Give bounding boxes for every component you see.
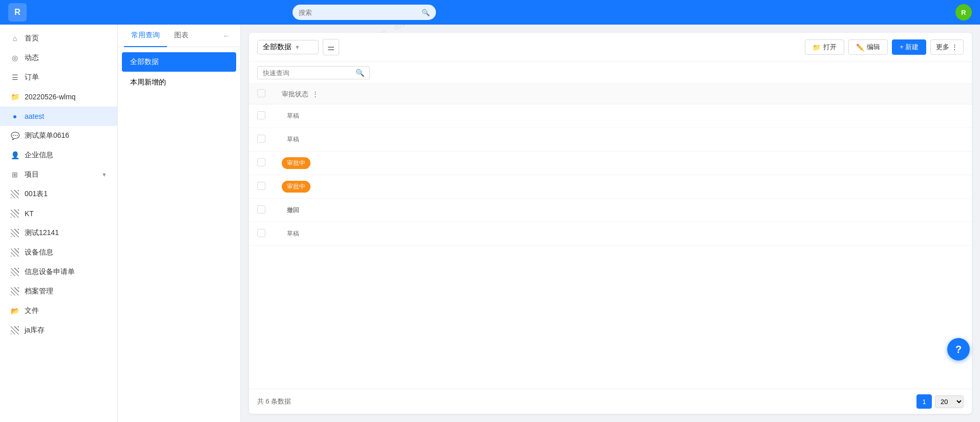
- header-search-bar[interactable]: 🔍: [293, 5, 436, 20]
- table-footer: 共 6 条数据 1 20 50 100: [249, 389, 972, 414]
- search-bar: 🔍: [249, 62, 972, 84]
- row-checkbox[interactable]: [257, 182, 265, 190]
- stripe-icon: [10, 326, 19, 335]
- sidebar-item-label: 001表1: [25, 189, 48, 199]
- sidebar-item-label: 动态: [25, 53, 39, 62]
- chat-icon: 💬: [10, 131, 19, 140]
- sidebar-item-label: 项目: [25, 170, 39, 179]
- edit-icon: ✏️: [856, 44, 864, 51]
- folder-open-icon: 📁: [812, 44, 821, 51]
- row-checkbox[interactable]: [257, 205, 265, 214]
- filter-button[interactable]: ⚌: [323, 39, 339, 55]
- status-badge: 审批中: [282, 157, 310, 169]
- sidebar-item-archive-mgmt[interactable]: 档案管理: [0, 282, 117, 301]
- sidebar-item-test-12141[interactable]: 测试12141: [0, 223, 117, 243]
- enterprise-icon: 👤: [10, 151, 19, 160]
- order-icon: ☰: [10, 73, 19, 82]
- sidebar-item-label: 测试菜单0616: [25, 131, 69, 140]
- td-checkbox: [249, 152, 274, 175]
- project-icon: ⊞: [10, 170, 19, 179]
- search-input[interactable]: [263, 69, 352, 77]
- td-checkbox: [249, 128, 274, 152]
- sidebar-item-label: ja库存: [25, 326, 45, 335]
- row-checkbox[interactable]: [257, 158, 265, 166]
- sidebar-item-label: 设备信息: [25, 248, 53, 257]
- avatar[interactable]: R: [955, 4, 972, 20]
- sidebar-item-test-menu-0616[interactable]: 💬 测试菜单0616: [0, 126, 117, 145]
- dynamic-icon: ◎: [10, 53, 19, 62]
- panel-list-item-all-data[interactable]: 全部数据: [122, 52, 236, 72]
- table-body: 草稿 草稿: [249, 104, 972, 246]
- header-search-input[interactable]: [299, 9, 422, 16]
- row-checkbox[interactable]: [257, 229, 265, 237]
- view-select[interactable]: 全部数据 ▼: [257, 40, 319, 54]
- sidebar-item-kt[interactable]: KT: [0, 204, 117, 223]
- table-row: 审批中: [249, 175, 972, 199]
- back-button[interactable]: ←: [219, 25, 234, 47]
- td-status: 草稿: [274, 128, 972, 152]
- td-checkbox: [249, 104, 274, 128]
- sidebar-item-file[interactable]: 📂 文件: [0, 301, 117, 321]
- sidebar-item-dynamic[interactable]: ◎ 动态: [0, 48, 117, 68]
- sidebar-item-label: aatest: [25, 112, 44, 120]
- td-checkbox: [249, 175, 274, 199]
- sidebar-item-label: KT: [25, 209, 34, 218]
- td-checkbox: [249, 222, 274, 246]
- sidebar-item-home[interactable]: ⌂ 首页: [0, 29, 117, 48]
- sidebar-item-enterprise-info[interactable]: 👤 企业信息: [0, 145, 117, 165]
- app-header: R 🔍 R: [0, 0, 980, 25]
- page-btn-1[interactable]: 1: [916, 394, 932, 409]
- filter-icon: ⚌: [327, 43, 335, 52]
- search-input-wrapper[interactable]: 🔍: [257, 66, 370, 79]
- more-button[interactable]: 更多 ⋮: [930, 39, 964, 55]
- sidebar-item-label: 20220526-wlmq: [25, 93, 76, 101]
- status-badge: 草稿: [282, 110, 304, 122]
- main-layout: ⌂ 首页 ◎ 动态 ☰ 订单 📁 20220526-wlmq ● aatest …: [0, 25, 980, 422]
- help-button[interactable]: ?: [947, 338, 970, 361]
- table-wrapper: 审批状态 ⋮: [249, 84, 972, 389]
- watermark-area: RB演示BB 2022/7/5 11:22:58 001-00000000000…: [241, 25, 980, 422]
- page-size-select[interactable]: 20 50 100: [935, 395, 964, 408]
- home-icon: ⌂: [10, 34, 19, 43]
- app-logo: R: [8, 3, 27, 22]
- tab-charts[interactable]: 图表: [167, 25, 196, 47]
- sidebar-item-ja-inventory[interactable]: ja库存: [0, 321, 117, 340]
- tab-common-query[interactable]: 常用查询: [124, 25, 167, 47]
- select-all-checkbox[interactable]: [257, 89, 265, 97]
- sidebar-item-project[interactable]: ⊞ 项目 ▼: [0, 165, 117, 184]
- sidebar: ⌂ 首页 ◎ 动态 ☰ 订单 📁 20220526-wlmq ● aatest …: [0, 25, 118, 422]
- sidebar-item-label: 订单: [25, 73, 39, 82]
- open-button[interactable]: 📁 打开: [805, 39, 844, 55]
- back-arrow-icon: ←: [223, 32, 230, 40]
- row-checkbox[interactable]: [257, 135, 265, 143]
- stripe-icon: [10, 209, 19, 218]
- row-checkbox[interactable]: [257, 111, 265, 119]
- query-panel: 常用查询 图表 ← 全部数据 本周新增的: [118, 25, 241, 422]
- status-badge: 撤回: [282, 204, 304, 216]
- new-button[interactable]: + 新建: [892, 39, 926, 55]
- data-table: 审批状态 ⋮: [249, 84, 972, 246]
- sidebar-item-it-device-request[interactable]: 信息设备申请单: [0, 262, 117, 282]
- sidebar-item-order[interactable]: ☰ 订单: [0, 68, 117, 87]
- sidebar-item-label: 档案管理: [25, 287, 53, 296]
- edit-button[interactable]: ✏️ 编辑: [848, 39, 888, 55]
- panel-tabs: 常用查询 图表 ←: [118, 25, 240, 47]
- panel-list-item-new-this-week[interactable]: 本周新增的: [122, 73, 236, 92]
- stripe-icon: [10, 248, 19, 257]
- table-header-row: 审批状态 ⋮: [249, 84, 972, 104]
- sidebar-item-aatest[interactable]: ● aatest: [0, 107, 117, 126]
- pagination: 1 20 50 100: [916, 394, 964, 409]
- stripe-icon: [10, 228, 19, 238]
- sidebar-item-table-001[interactable]: 001表1: [0, 184, 117, 204]
- td-status: 草稿: [274, 104, 972, 128]
- stripe-icon: [10, 267, 19, 277]
- content-card: 全部数据 ▼ ⚌ 📁 打开 ✏️ 编辑: [249, 33, 972, 414]
- folder-icon: 📁: [10, 92, 19, 101]
- sidebar-item-20220526-wlmq[interactable]: 📁 20220526-wlmq: [0, 87, 117, 107]
- chevron-down-icon: ▼: [295, 44, 300, 50]
- header-right: R: [955, 4, 972, 20]
- td-status: 撤回: [274, 199, 972, 222]
- sidebar-item-device-info[interactable]: 设备信息: [0, 243, 117, 262]
- stripe-icon: [10, 189, 19, 199]
- table-row: 撤回: [249, 199, 972, 222]
